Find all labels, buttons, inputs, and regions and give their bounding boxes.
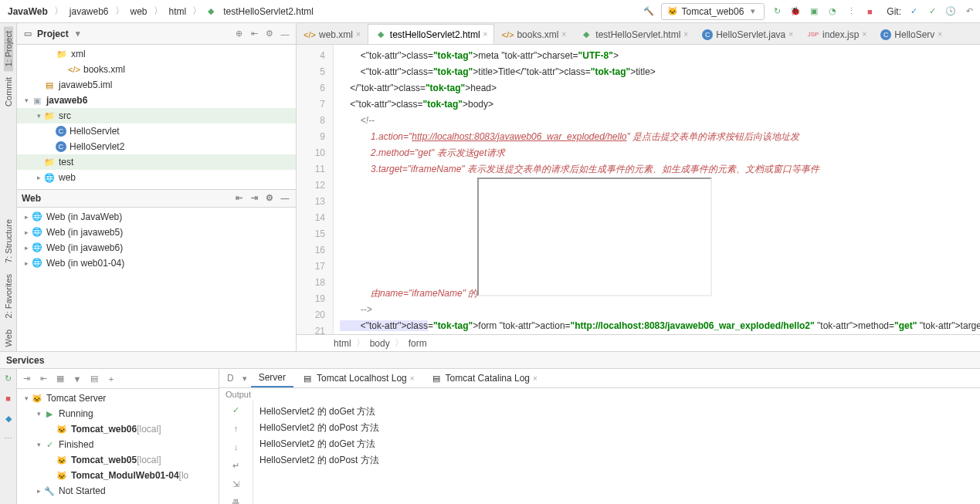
tree-row[interactable]: CHelloServlet	[17, 123, 296, 139]
tree-row[interactable]: 📁test	[17, 154, 296, 170]
tag-icon[interactable]: ▤	[88, 373, 100, 385]
code-line[interactable]: -->	[340, 302, 980, 318]
tree-row[interactable]: 🐱Tomcat_ModulWeb01-04 [lo	[17, 468, 219, 483]
chevron-down-icon[interactable]: ▾	[239, 372, 251, 384]
editor-tab[interactable]: CHelloServlet.java×	[695, 24, 800, 44]
editor-tab[interactable]: </>books.xml×	[494, 24, 573, 44]
breadcrumb-item[interactable]: html	[166, 5, 190, 19]
tree-row[interactable]: ▸🌐Web (in JavaWeb)	[17, 209, 296, 225]
git-update-icon[interactable]: ✓	[907, 5, 920, 18]
breadcrumb-item[interactable]: web	[127, 5, 151, 19]
attach-icon[interactable]: ⋮	[845, 5, 857, 18]
tree-arrow-icon[interactable]: ▾	[22, 96, 31, 104]
code-line[interactable]: <"tok-attr">class="tok-tag">form "tok-at…	[340, 318, 980, 334]
rerun-icon[interactable]: ↻	[2, 372, 15, 384]
code-line[interactable]: </"tok-attr">class="tok-tag">head>	[340, 80, 980, 96]
code-line[interactable]: 2.method="get" 表示发送get请求	[340, 145, 980, 161]
tree-arrow-icon[interactable]: ▾	[34, 112, 43, 120]
code-line[interactable]: 3.target="iframeName" 表示发送提交表单的请求后如生成事件的…	[340, 161, 980, 178]
tree-arrow-icon[interactable]: ▸	[22, 259, 31, 267]
hide-icon[interactable]: —	[279, 192, 291, 205]
breadcrumb-item[interactable]: javaweb6	[66, 5, 112, 19]
tree-row[interactable]: ▾▶Running	[17, 406, 219, 421]
gear-icon[interactable]: ⚙	[263, 28, 276, 40]
services-tree[interactable]: ▾🐱Tomcat Server▾▶Running🐱Tomcat_web06 [l…	[17, 389, 219, 504]
close-icon[interactable]: ×	[862, 30, 866, 39]
close-icon[interactable]: ×	[788, 30, 793, 39]
collapse-all-icon[interactable]: ⇤	[37, 373, 49, 385]
tree-arrow-icon[interactable]: ▾	[34, 441, 43, 448]
git-revert-icon[interactable]: ↶	[963, 5, 975, 18]
tree-row[interactable]: 📁xml	[17, 46, 296, 62]
services-tab[interactable]: Server	[251, 369, 293, 387]
code-area[interactable]: <"tok-attr">class="tok-tag">meta "tok-at…	[334, 45, 980, 334]
services-tab[interactable]: ▤Tomcat Localhost Log×	[293, 369, 422, 387]
breadcrumb-item[interactable]: testHelloServlet2.html	[220, 5, 317, 19]
target-icon[interactable]: ⊕	[232, 28, 245, 40]
editor-breadcrumb-item[interactable]: body	[370, 338, 390, 349]
tree-row[interactable]: </>books.xml	[17, 62, 296, 77]
print-icon[interactable]: 🖶	[230, 496, 242, 504]
profile-icon[interactable]: ◔	[826, 5, 839, 18]
breadcrumb-item[interactable]: JavaWeb	[5, 5, 51, 19]
tree-arrow-icon[interactable]: ▸	[22, 228, 31, 236]
tree-row[interactable]: ▸🔧Not Started	[17, 483, 219, 499]
scroll-icon[interactable]: ⇲	[230, 478, 242, 490]
close-icon[interactable]: ×	[533, 374, 537, 383]
git-history-icon[interactable]: 🕓	[944, 5, 957, 18]
chevron-down-icon[interactable]: ▾	[72, 28, 84, 40]
services-tab[interactable]: ▤Tomcat Catalina Log×	[422, 369, 545, 387]
project-tree[interactable]: 📁xml</>books.xml▤javaweb5.iml▾▣javaweb6▾…	[17, 45, 296, 189]
editor-tab[interactable]: CHelloServ×	[873, 24, 949, 44]
editor-tab[interactable]: ◆testHelloServlet2.html×	[368, 24, 495, 44]
tool-favorites[interactable]: 2: Favorites	[4, 269, 13, 323]
expand-all-icon[interactable]: ⇥	[20, 373, 32, 385]
group-icon[interactable]: ▦	[54, 373, 66, 385]
editor-breadcrumb-item[interactable]: form	[409, 338, 427, 349]
deploy-toggle[interactable]: D	[222, 370, 239, 387]
editor-tab[interactable]: ◆testHelloServlet.html×	[573, 24, 695, 44]
close-icon[interactable]: ×	[938, 30, 942, 39]
code-line[interactable]: <!--	[340, 113, 980, 129]
editor-tab[interactable]: </>web.xml×	[297, 24, 368, 44]
close-icon[interactable]: ×	[483, 30, 488, 39]
expand-icon[interactable]: ⇥	[248, 192, 260, 205]
up-icon[interactable]: ↑	[230, 422, 242, 435]
tree-row[interactable]: 🐱Tomcat_web05 [local]	[17, 452, 219, 468]
tree-arrow-icon[interactable]: ▾	[22, 394, 31, 402]
add-icon[interactable]: +	[105, 373, 117, 385]
gear-icon[interactable]: ⚙	[263, 192, 276, 205]
stop-icon[interactable]: ■	[863, 5, 876, 18]
tree-row[interactable]: ▾✓Finished	[17, 437, 219, 452]
tree-arrow-icon[interactable]: ▸	[22, 213, 31, 221]
tree-arrow-icon[interactable]: ▸	[34, 487, 43, 495]
collapse-icon[interactable]: ⇤	[248, 28, 260, 40]
code-line[interactable]: 由name="iframeName" 的标签处理</span>	[340, 178, 980, 302]
close-icon[interactable]: ×	[356, 30, 361, 39]
code-editor[interactable]: 456789101112131415161718192021 <"tok-att…	[297, 45, 980, 334]
tree-row[interactable]: ▾📁src	[17, 108, 296, 123]
close-icon[interactable]: ×	[410, 374, 415, 383]
more-icon[interactable]: ⋯	[2, 432, 15, 445]
code-line[interactable]: <"tok-attr">class="tok-tag">title>Title<…	[340, 64, 980, 80]
collapse-icon[interactable]: ⇤	[232, 192, 245, 205]
run-config-selector[interactable]: 🐱 Tomcat_web06 ▾	[661, 3, 765, 20]
tool-commit[interactable]: Commit	[4, 73, 13, 111]
deploy-icon[interactable]: ◆	[2, 412, 15, 425]
filter-icon[interactable]: ▼	[71, 373, 83, 385]
editor-breadcrumb-item[interactable]: html	[334, 338, 351, 349]
tree-row[interactable]: CHelloServlet2	[17, 139, 296, 154]
tree-arrow-icon[interactable]: ▾	[34, 410, 43, 418]
tree-row[interactable]: ▸🌐web	[17, 170, 296, 185]
code-line[interactable]: <"tok-attr">class="tok-tag">meta "tok-at…	[340, 48, 980, 64]
tree-row[interactable]: ▸🌐Web (in javaweb5)	[17, 225, 296, 240]
build-icon[interactable]: 🔨	[643, 5, 655, 18]
tree-row[interactable]: ▾🐱Tomcat Server	[17, 391, 219, 406]
close-icon[interactable]: ×	[561, 30, 566, 39]
close-icon[interactable]: ×	[683, 30, 688, 39]
run-coverage-icon[interactable]: ▣	[808, 5, 820, 18]
hide-icon[interactable]: —	[279, 28, 291, 40]
tool-structure[interactable]: 7: Structure	[4, 215, 13, 268]
tree-row[interactable]: 🐱Tomcat_web06 [local]	[17, 421, 219, 437]
debug-icon[interactable]: 🐞	[789, 5, 802, 18]
